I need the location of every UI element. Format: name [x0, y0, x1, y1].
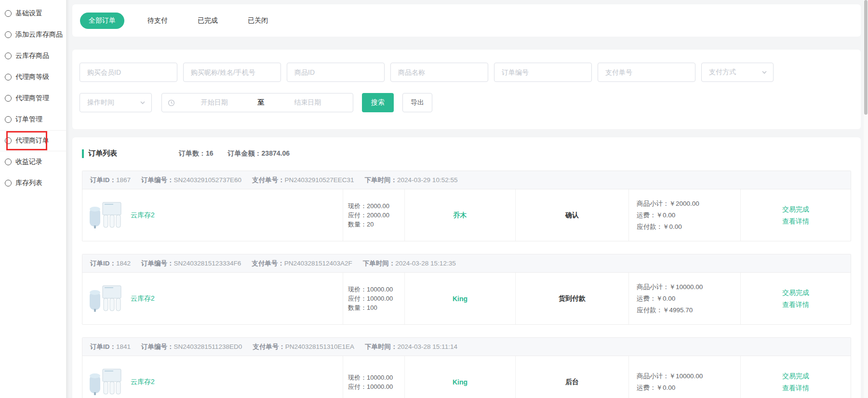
- filter-row-2: 操作时间 开始日期 至 结束日期 搜索 导出: [80, 93, 854, 112]
- sidebar: 基础设置 添加云库存商品 云库存商品 代理商等级 代理商管理 订单管理 代理商订…: [0, 0, 67, 398]
- sidebar-item-label: 代理商管理: [15, 94, 49, 103]
- circle-icon: [5, 10, 12, 17]
- tab-all-orders[interactable]: 全部订单: [80, 13, 124, 29]
- subtotal: 商品小计：￥10000.00: [637, 371, 740, 382]
- order-number-input[interactable]: [494, 63, 592, 82]
- product-cell: 云库存2: [82, 273, 343, 324]
- sidebar-item-order-management[interactable]: 订单管理: [0, 109, 66, 130]
- tab-completed[interactable]: 已完成: [191, 13, 225, 29]
- order-sn: 订单编号：SN24032815123334F6: [141, 259, 241, 268]
- payment-method: 货到付款: [515, 273, 628, 324]
- scrollbar-thumb[interactable]: [864, 0, 868, 115]
- order-meta-bar: 订单ID：1841 订单编号：SN2403281511238ED0 支付单号：P…: [82, 338, 851, 356]
- sidebar-item-add-cloud-stock-product[interactable]: 添加云库存商品: [0, 24, 66, 45]
- payable-price: 应付：10000.00: [348, 294, 404, 303]
- buyer-name[interactable]: King: [404, 273, 515, 324]
- actions-cell: 交易完成 查看详情: [740, 273, 851, 324]
- price-cell: 现价：2000.00 应付：2000.00 数量：20: [343, 189, 404, 241]
- end-date-placeholder: 结束日期: [268, 98, 347, 107]
- order-payment-sn: 支付单号：PN240328151310E1EA: [253, 343, 354, 351]
- sidebar-item-agent-orders[interactable]: 代理商订单: [0, 130, 66, 151]
- operation-time-select[interactable]: 操作时间: [80, 93, 152, 112]
- tab-pending-payment[interactable]: 待支付: [141, 13, 174, 29]
- subtotal: 商品小计：￥2000.00: [637, 198, 740, 210]
- vertical-scrollbar[interactable]: [864, 0, 868, 398]
- order-status-link[interactable]: 交易完成: [782, 287, 809, 299]
- actions-cell: 交易完成 查看详情: [740, 189, 851, 241]
- view-details-link[interactable]: 查看详情: [782, 215, 809, 227]
- amounts-cell: 商品小计：￥2000.00 运费：￥0.00 应付款：￥0.00: [628, 189, 740, 241]
- payment-method: 确认: [515, 189, 628, 241]
- price-cell: 现价：10000.00 应付：10000.00 数量：100: [343, 273, 404, 324]
- amount-due: 应付款：￥4995.70: [637, 305, 740, 316]
- order-meta-bar: 订单ID：1842 订单编号：SN24032815123334F6 支付单号：P…: [82, 254, 851, 273]
- subtotal: 商品小计：￥10000.00: [637, 281, 740, 293]
- product-cell: 云库存2: [82, 189, 343, 241]
- payment-method-select[interactable]: 支付方式: [701, 63, 774, 82]
- buyer-nickname-input[interactable]: [183, 63, 281, 82]
- export-button[interactable]: 导出: [402, 93, 432, 112]
- product-name-link[interactable]: 云库存2: [131, 211, 155, 220]
- shipping-fee: 运费：￥0.00: [637, 210, 740, 221]
- order-list-header: 订单列表 订单数：16 订单金额：23874.06: [82, 149, 851, 158]
- order-list-title: 订单列表: [88, 149, 117, 158]
- current-price: 现价：2000.00: [348, 201, 404, 211]
- product-name-input[interactable]: [390, 63, 488, 82]
- start-date-placeholder: 开始日期: [175, 98, 254, 107]
- product-image: [88, 367, 123, 397]
- order-body: 云库存2 现价：10000.00 应付：10000.00 King 后台 商品小…: [82, 356, 851, 398]
- sidebar-item-label: 添加云库存商品: [15, 30, 63, 39]
- search-button[interactable]: 搜索: [362, 93, 394, 112]
- product-name-link[interactable]: 云库存2: [131, 378, 155, 386]
- chevron-down-icon: [761, 69, 767, 75]
- quantity: 数量：20: [348, 220, 404, 229]
- order-row: 订单ID：1841 订单编号：SN2403281511238ED0 支付单号：P…: [82, 337, 851, 398]
- product-image: [88, 284, 123, 314]
- buyer-name[interactable]: 乔木: [404, 189, 515, 241]
- amount-due: 应付款：￥0.00: [637, 221, 740, 233]
- order-status-tabs: 全部订单 待支付 已完成 已关闭: [72, 4, 861, 37]
- view-details-link[interactable]: 查看详情: [782, 382, 809, 394]
- payment-method: 后台: [515, 356, 628, 398]
- payable-price: 应付：2000.00: [348, 211, 404, 220]
- order-sn: 订单编号：SN2403291052737E60: [141, 176, 241, 185]
- buyer-member-id-input[interactable]: [80, 63, 177, 82]
- product-image: [88, 200, 123, 230]
- view-details-link[interactable]: 查看详情: [782, 299, 809, 311]
- payment-number-input[interactable]: [598, 63, 695, 82]
- order-list-panel: 订单列表 订单数：16 订单金额：23874.06 订单ID：1867 订单编号…: [72, 137, 861, 398]
- title-accent-bar: [82, 149, 84, 158]
- sidebar-item-basic-settings[interactable]: 基础设置: [0, 3, 66, 24]
- sidebar-item-earnings-records[interactable]: 收益记录: [0, 151, 66, 172]
- circle-icon: [5, 116, 12, 123]
- sidebar-item-cloud-stock-products[interactable]: 云库存商品: [0, 45, 66, 66]
- circle-icon: [5, 159, 12, 165]
- order-count: 订单数：16: [179, 149, 214, 158]
- clock-icon: [168, 99, 175, 106]
- sidebar-item-label: 代理商订单: [15, 136, 49, 145]
- sidebar-item-agent-levels[interactable]: 代理商等级: [0, 66, 66, 88]
- product-name-link[interactable]: 云库存2: [131, 294, 155, 303]
- order-id: 订单ID：1842: [90, 259, 131, 268]
- order-time: 下单时间：2024-03-28 15:11:14: [365, 343, 457, 351]
- tab-closed[interactable]: 已关闭: [241, 13, 275, 29]
- current-price: 现价：10000.00: [348, 373, 404, 382]
- circle-icon: [5, 95, 12, 102]
- circle-icon: [5, 180, 12, 186]
- sidebar-item-label: 订单管理: [15, 115, 42, 124]
- circle-icon: [5, 31, 12, 38]
- order-sn: 订单编号：SN2403281511238ED0: [141, 343, 242, 351]
- order-total-amount: 订单金额：23874.06: [228, 149, 290, 158]
- product-id-input[interactable]: [287, 63, 385, 82]
- sidebar-item-label: 库存列表: [15, 179, 42, 187]
- sidebar-item-stock-list[interactable]: 库存列表: [0, 172, 66, 194]
- order-body: 云库存2 现价：2000.00 应付：2000.00 数量：20 乔木 确认 商…: [82, 189, 851, 241]
- sidebar-item-agent-management[interactable]: 代理商管理: [0, 88, 66, 109]
- order-status-link[interactable]: 交易完成: [782, 203, 809, 215]
- order-time: 下单时间：2024-03-28 15:12:35: [363, 259, 456, 268]
- payable-price: 应付：10000.00: [348, 382, 404, 391]
- order-status-link[interactable]: 交易完成: [782, 370, 809, 382]
- date-range-picker[interactable]: 开始日期 至 结束日期: [161, 93, 353, 112]
- circle-icon: [5, 74, 12, 80]
- buyer-name[interactable]: King: [404, 356, 515, 398]
